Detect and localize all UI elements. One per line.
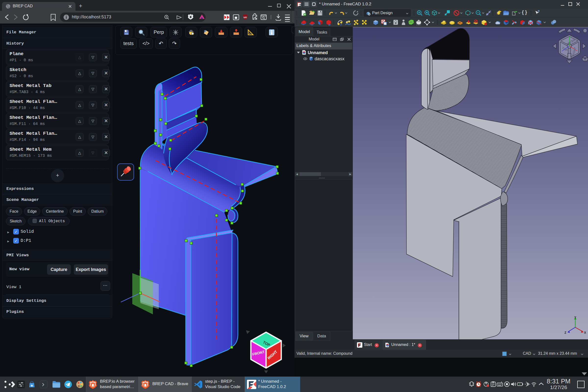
svg-text:Z: Z <box>564 331 566 334</box>
svg-text:UO: UO <box>244 16 247 18</box>
svg-text:Y: Y <box>574 316 576 319</box>
svg-text:?: ? <box>538 10 540 14</box>
svg-text:X: X <box>584 331 586 334</box>
